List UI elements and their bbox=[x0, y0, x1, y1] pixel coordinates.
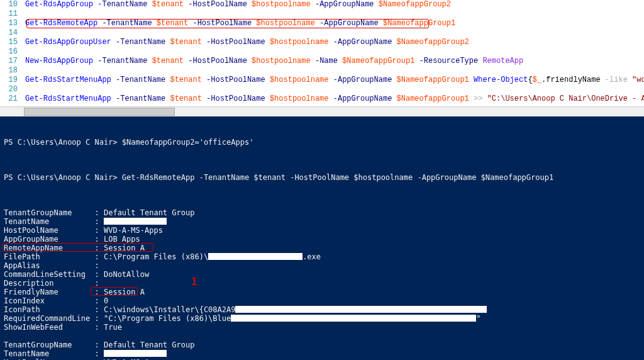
code-content[interactable]: Get-RdsStartMenuApp -TenantName $tenant … bbox=[25, 76, 644, 85]
output-property-row: ShowInWebFeed : True bbox=[4, 323, 640, 332]
code-line[interactable]: 13Get-RdsRemoteApp -TenantName $tenant -… bbox=[0, 19, 644, 28]
property-value: C:\windows\Installer\{C08A2A9 bbox=[104, 305, 236, 314]
code-content[interactable] bbox=[25, 47, 644, 57]
code-line[interactable]: 16 bbox=[0, 47, 644, 57]
property-key: AppGroupName : bbox=[4, 235, 104, 244]
property-key: CommandLineSetting : bbox=[4, 270, 104, 279]
code-line[interactable]: 10Get-RdsAppGroup -TenantName $tenant -H… bbox=[0, 0, 644, 9]
property-value: C:\Program Files (x86)\ bbox=[104, 252, 208, 261]
code-line[interactable]: 20 bbox=[0, 85, 644, 94]
property-key: ShowInWebFeed : bbox=[4, 323, 104, 332]
property-key: IconPath : bbox=[4, 305, 104, 314]
line-number: 18 bbox=[0, 66, 25, 76]
property-key: AppAlias : bbox=[4, 261, 104, 270]
redacted-content bbox=[208, 253, 303, 260]
property-value: True bbox=[104, 323, 122, 332]
output-property-row: TenantGroupName : Default Tenant Group bbox=[4, 208, 640, 217]
property-key: TenantName : bbox=[4, 217, 104, 226]
code-content[interactable]: Get-RdsAppGroupUser -TenantName $tenant … bbox=[25, 38, 644, 47]
property-value: WVD-A-MS-Apps bbox=[104, 226, 163, 235]
code-content[interactable] bbox=[25, 85, 644, 94]
code-content[interactable]: Get-RdsStartMenuApp -TenantName $tenant … bbox=[25, 94, 644, 104]
code-editor-pane[interactable]: 10Get-RdsAppGroup -TenantName $tenant -H… bbox=[0, 0, 644, 106]
redacted-content bbox=[104, 218, 167, 225]
property-key: RequiredCommandLine : bbox=[4, 314, 104, 323]
code-line[interactable]: 21Get-RdsStartMenuApp -TenantName $tenan… bbox=[0, 94, 644, 104]
output-property-row: IconIndex : 0 bbox=[4, 296, 640, 305]
property-key: FilePath : bbox=[4, 252, 104, 261]
property-key: TenantGroupName : bbox=[4, 208, 104, 217]
redacted-content bbox=[235, 306, 487, 313]
output-property-row: AppGroupName : LOB Apps bbox=[4, 235, 640, 244]
redacted-content bbox=[231, 315, 476, 322]
powershell-terminal[interactable]: PS C:\Users\Anoop C Nair> $NameofappGrou… bbox=[0, 116, 644, 360]
output-property-row: RemoteAppName : Session A bbox=[4, 244, 640, 252]
line-number: 11 bbox=[0, 9, 25, 19]
property-value: Default Tenant Group bbox=[104, 340, 195, 349]
output-property-row: TenantName : bbox=[4, 217, 640, 226]
property-key: FriendlyName : bbox=[4, 288, 104, 296]
property-key: HostPoolName : bbox=[4, 226, 104, 235]
code-line[interactable]: 17New-RdsAppGroup -TenantName $tenant -H… bbox=[0, 57, 644, 66]
output-block: TenantGroupName : Default Tenant GroupTe… bbox=[4, 208, 640, 332]
output-property-row: FriendlyName : Session A bbox=[4, 288, 640, 296]
output-property-row: IconPath : C:\windows\Installer\{C08A2A9 bbox=[4, 305, 640, 314]
output-property-row: Description : bbox=[4, 279, 640, 288]
output-property-row: RequiredCommandLine : "C:\Program Files … bbox=[4, 314, 640, 323]
property-value: "C:\Program Files (x86)\Blue bbox=[104, 314, 231, 323]
property-value: Session A bbox=[104, 244, 145, 252]
line-number: 21 bbox=[0, 94, 25, 104]
line-number: 20 bbox=[0, 85, 25, 94]
property-key: IconIndex : bbox=[4, 296, 104, 305]
code-content[interactable] bbox=[25, 66, 644, 76]
code-content[interactable]: New-RdsAppGroup -TenantName $tenant -Hos… bbox=[25, 57, 644, 66]
output-property-row: HostPoolName : WVD-A-MS-Apps bbox=[4, 226, 640, 235]
code-line[interactable]: 18 bbox=[0, 66, 644, 76]
output-property-row: TenantGroupName : Default Tenant Group bbox=[4, 340, 640, 349]
property-key: RemoteAppName : bbox=[4, 244, 104, 252]
line-number: 16 bbox=[0, 47, 25, 57]
code-line[interactable]: 14 bbox=[0, 28, 644, 38]
property-value: DoNotAllow bbox=[104, 270, 149, 279]
output-property-row: CommandLineSetting : DoNotAllow bbox=[4, 270, 640, 279]
code-line[interactable]: 15Get-RdsAppGroupUser -TenantName $tenan… bbox=[0, 38, 644, 47]
code-content[interactable] bbox=[25, 28, 644, 38]
property-key: TenantName : bbox=[4, 349, 104, 358]
property-value: 0 bbox=[104, 296, 108, 305]
output-property-row: AppAlias : bbox=[4, 261, 640, 270]
line-number: 19 bbox=[0, 76, 25, 85]
output-property-row: FilePath : C:\Program Files (x86)\.exe bbox=[4, 252, 640, 261]
line-number: 17 bbox=[0, 57, 25, 66]
code-line[interactable]: 19Get-RdsStartMenuApp -TenantName $tenan… bbox=[0, 76, 644, 85]
redacted-content bbox=[104, 350, 167, 357]
output-property-row: TenantName : bbox=[4, 349, 640, 358]
prompt-line: PS C:\Users\Anoop C Nair> Get-RdsRemoteA… bbox=[4, 173, 640, 182]
property-value: Session A bbox=[104, 288, 145, 296]
horizontal-scrollbar[interactable] bbox=[0, 106, 644, 116]
property-key: Description : bbox=[4, 279, 104, 288]
code-line[interactable]: 11 bbox=[0, 9, 644, 19]
property-key: TenantGroupName : bbox=[4, 340, 104, 349]
line-number: 15 bbox=[0, 38, 25, 47]
output-block: TenantGroupName : Default Tenant GroupTe… bbox=[4, 340, 640, 360]
code-content[interactable] bbox=[25, 9, 644, 19]
code-content[interactable]: Get-RdsAppGroup -TenantName $tenant -Hos… bbox=[25, 0, 644, 9]
prompt-line: PS C:\Users\Anoop C Nair> $NameofappGrou… bbox=[4, 138, 640, 147]
line-number: 10 bbox=[0, 0, 25, 9]
line-number: 13 bbox=[0, 19, 25, 28]
scrollbar-thumb[interactable] bbox=[24, 108, 175, 116]
property-value: LOB Apps bbox=[104, 235, 140, 244]
property-value: Default Tenant Group bbox=[104, 208, 195, 217]
line-number: 14 bbox=[0, 28, 25, 38]
code-content[interactable]: Get-RdsRemoteApp -TenantName $tenant -Ho… bbox=[25, 19, 644, 28]
